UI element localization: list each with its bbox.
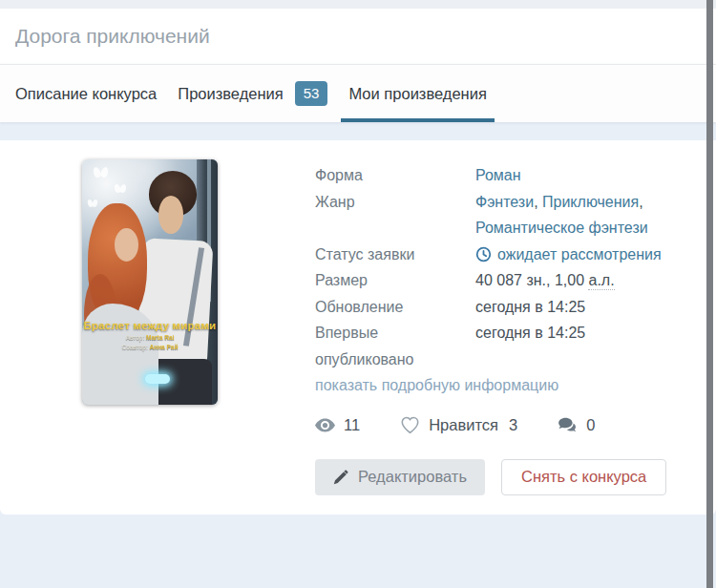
pencil-icon <box>333 470 348 485</box>
tab-works-label: Произведения <box>178 85 283 103</box>
tab-works[interactable]: Произведения 53 <box>178 65 327 122</box>
published-value: сегодня в 14:25 <box>475 320 585 346</box>
detail-row-status: Статус заявки ожидает рассмотрения <box>315 242 697 268</box>
detail-row-size: Размер 40 087 зн., 1,00 а.л. <box>315 267 697 294</box>
genre-link[interactable]: Приключения <box>542 194 639 210</box>
detail-row-genre: Жанр Фэнтези, Приключения, Романтическое… <box>315 189 697 242</box>
cover-art-butterfly <box>94 167 108 178</box>
page-title: Дорога приключений <box>15 25 210 48</box>
remove-from-contest-button[interactable]: Снять с конкурса <box>501 459 666 495</box>
stats-row: 11 Нравится 3 0 <box>315 414 697 437</box>
works-count-badge: 53 <box>295 81 328 106</box>
likes-count: 3 <box>509 416 517 434</box>
book-cover[interactable]: Браслет между мирами Автор: Marta Rai Со… <box>82 159 218 405</box>
detail-row-form: Форма Роман <box>315 162 697 189</box>
clock-icon <box>475 246 492 262</box>
views-stat: 11 <box>315 416 360 434</box>
cover-art-glowing-bracelet <box>145 374 170 384</box>
form-link[interactable]: Роман <box>475 167 521 183</box>
top-strip <box>0 0 716 9</box>
cover-column: Браслет между мирами Автор: Marta Rai Со… <box>19 159 315 495</box>
actions-row: Редактировать Снять с конкурса <box>315 459 697 495</box>
cover-author-name: Marta Rai <box>146 334 174 341</box>
title-band: Дорога приключений <box>0 9 716 64</box>
status-text: ожидает рассмотрения <box>497 242 662 268</box>
status-label: Статус заявки <box>315 242 475 268</box>
comments-icon <box>558 417 578 433</box>
cover-coauthor-prefix: Соавтор: <box>122 344 150 350</box>
vertical-scrollbar-thumb[interactable] <box>706 0 713 588</box>
remove-button-label: Снять с конкурса <box>521 468 646 486</box>
like-button[interactable]: Нравится 3 <box>400 416 517 434</box>
detail-row-published: Впервые опубликовано сегодня в 14:25 <box>315 320 697 372</box>
genre-links: Фэнтези, Приключения, Романтическое фэнт… <box>475 189 697 242</box>
updated-value: сегодня в 14:25 <box>475 294 585 321</box>
tab-contest-description[interactable]: Описание конкурса <box>15 65 157 122</box>
tab-my-works-label: Мои произведения <box>348 85 486 103</box>
eye-icon <box>315 418 335 432</box>
cover-text-block: Браслет между мирами Автор: Marta Rai Со… <box>82 320 218 350</box>
genre-separator: , <box>639 194 642 210</box>
cover-author-line: Автор: Marta Rai <box>82 334 218 341</box>
my-work-card: Браслет между мирами Автор: Marta Rai Со… <box>0 140 716 514</box>
tab-bar: Описание конкурса Произведения 53 Мои пр… <box>0 64 716 122</box>
tab-my-works[interactable]: Мои произведения <box>348 65 486 122</box>
cover-art-man-face <box>158 196 183 234</box>
edit-button[interactable]: Редактировать <box>315 459 485 495</box>
cover-art-butterfly <box>88 200 97 207</box>
likes-label: Нравится <box>429 416 498 434</box>
detail-row-updated: Обновление сегодня в 14:25 <box>315 294 697 321</box>
updated-label: Обновление <box>315 294 475 321</box>
genre-label: Жанр <box>315 189 475 216</box>
application-status: ожидает рассмотрения <box>475 242 662 268</box>
size-value: 40 087 зн., 1,00 а.л. <box>475 267 615 294</box>
heart-icon <box>400 416 420 434</box>
edit-button-label: Редактировать <box>358 468 467 486</box>
size-label: Размер <box>315 267 475 294</box>
cover-art-woman-dress <box>82 304 158 405</box>
size-amount: 40 087 зн., 1,00 <box>475 272 588 288</box>
comments-link[interactable]: 0 <box>558 416 595 434</box>
genre-link[interactable]: Фэнтези <box>475 194 534 210</box>
cover-author-prefix: Автор: <box>126 334 146 341</box>
book-details: Форма Роман Жанр Фэнтези, Приключения, Р… <box>315 159 697 495</box>
form-label: Форма <box>315 162 475 189</box>
genre-separator: , <box>534 194 542 210</box>
comments-count: 0 <box>586 416 595 434</box>
cover-art-woman-face <box>115 228 138 262</box>
tab-contest-description-label: Описание конкурса <box>15 85 157 103</box>
genre-link[interactable]: Романтическое фэнтези <box>475 220 648 236</box>
cover-coauthor-name: Анна Рай <box>150 344 179 350</box>
cover-coauthor-line: Соавтор: Анна Рай <box>82 344 218 350</box>
cover-book-title: Браслет между мирами <box>82 320 218 331</box>
published-label: Впервые опубликовано <box>315 320 475 372</box>
cover-art-butterfly <box>115 184 126 193</box>
views-count: 11 <box>344 416 360 434</box>
show-details-link[interactable]: показать подробную информацию <box>315 372 558 399</box>
size-unit-tooltip[interactable]: а.л. <box>588 272 614 290</box>
